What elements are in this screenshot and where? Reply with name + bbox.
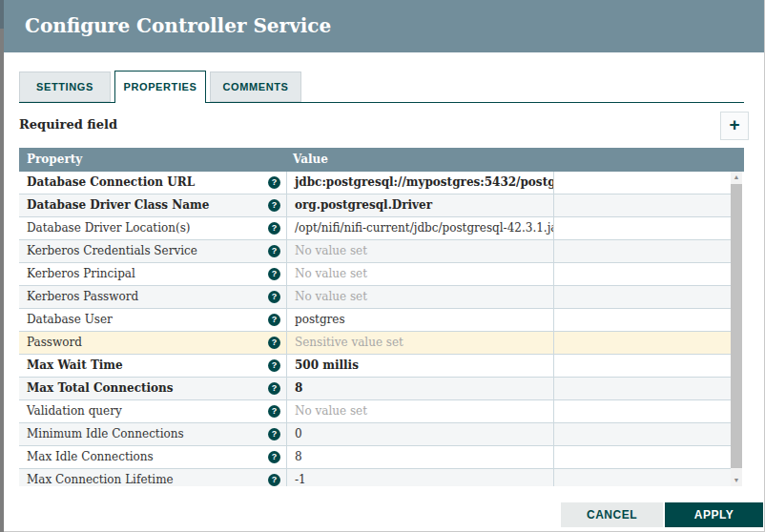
property-name: Database User xyxy=(27,309,113,331)
column-header-value: Value xyxy=(293,148,328,172)
table-row[interactable]: Max Connection Lifetime?-1 xyxy=(19,469,731,486)
tab-bar: SETTINGS PROPERTIES COMMENTS xyxy=(19,71,744,103)
table-row[interactable]: Database User?postgres xyxy=(19,309,731,332)
scrollbar-thumb[interactable] xyxy=(731,184,742,468)
table-row[interactable]: Kerberos Credentials Service?No value se… xyxy=(19,240,731,263)
help-icon[interactable]: ? xyxy=(268,314,280,326)
property-cell: Kerberos Password? xyxy=(19,286,286,308)
rows-container: Database Connection URL?jdbc:postgresql:… xyxy=(19,172,744,486)
property-name: Database Connection URL xyxy=(27,172,195,194)
table-row[interactable]: Max Wait Time?500 millis xyxy=(19,355,731,378)
property-cell: Max Wait Time? xyxy=(19,355,286,377)
property-value[interactable]: No value set xyxy=(286,240,553,262)
apply-button[interactable]: APPLY xyxy=(665,502,763,527)
property-name: Database Driver Location(s) xyxy=(27,217,191,239)
property-value[interactable]: Sensitive value set xyxy=(286,332,553,354)
dialog-header: Configure Controller Service xyxy=(4,0,764,52)
row-filler-cell xyxy=(553,355,731,377)
row-filler-cell xyxy=(553,194,731,216)
tab-comments[interactable]: COMMENTS xyxy=(210,72,301,102)
property-cell: Password? xyxy=(19,332,286,354)
property-value[interactable]: org.postgresql.Driver xyxy=(286,194,553,216)
property-value[interactable]: -1 xyxy=(286,469,553,486)
property-name: Kerberos Principal xyxy=(27,263,135,285)
row-filler-cell xyxy=(553,378,731,399)
table-row[interactable]: Database Connection URL?jdbc:postgresql:… xyxy=(19,172,731,194)
table-row[interactable]: Max Total Connections?8 xyxy=(19,378,731,400)
help-icon[interactable]: ? xyxy=(268,382,280,395)
help-icon[interactable]: ? xyxy=(268,451,280,463)
column-header-property: Property xyxy=(27,148,82,172)
help-icon[interactable]: ? xyxy=(268,428,280,440)
property-name: Kerberos Password xyxy=(27,286,138,308)
help-icon[interactable]: ? xyxy=(268,199,280,212)
table-row[interactable]: Minimum Idle Connections?0 xyxy=(19,423,731,446)
help-icon[interactable]: ? xyxy=(268,405,280,418)
property-value[interactable]: No value set xyxy=(286,400,553,422)
row-filler-cell xyxy=(553,172,731,194)
row-filler-cell xyxy=(553,263,731,285)
property-cell: Kerberos Credentials Service? xyxy=(19,240,286,262)
property-cell: Max Idle Connections? xyxy=(19,446,286,468)
table-row[interactable]: Max Idle Connections?8 xyxy=(19,446,731,469)
property-cell: Validation query? xyxy=(19,400,286,422)
property-cell: Kerberos Principal? xyxy=(19,263,286,285)
properties-table: Property Value Database Connection URL?j… xyxy=(19,148,744,486)
property-value[interactable]: 0 xyxy=(286,423,553,445)
row-filler-cell xyxy=(553,240,731,262)
property-cell: Max Total Connections? xyxy=(19,378,286,399)
help-icon[interactable]: ? xyxy=(268,268,280,280)
table-row[interactable]: Kerberos Password?No value set xyxy=(19,286,731,309)
table-row[interactable]: Database Driver Location(s)?/opt/nifi/ni… xyxy=(19,217,731,240)
property-cell: Database User? xyxy=(19,309,286,331)
scroll-down-icon[interactable]: ▼ xyxy=(731,475,742,486)
property-cell: Database Connection URL? xyxy=(19,172,286,194)
help-icon[interactable]: ? xyxy=(268,222,280,235)
plus-icon: + xyxy=(729,114,739,134)
configure-controller-service-dialog: Configure Controller Service SETTINGS PR… xyxy=(4,0,765,532)
table-row[interactable]: Kerberos Principal?No value set xyxy=(19,263,731,286)
property-name: Database Driver Class Name xyxy=(27,194,209,216)
help-icon[interactable]: ? xyxy=(268,176,280,189)
property-value[interactable]: 500 millis xyxy=(286,355,553,377)
row-filler-cell xyxy=(553,400,731,422)
row-filler-cell xyxy=(553,286,731,308)
row-filler-cell xyxy=(553,217,731,239)
table-header: Property Value xyxy=(19,148,744,172)
property-name: Max Idle Connections xyxy=(27,446,154,468)
table-row[interactable]: Database Driver Class Name?org.postgresq… xyxy=(19,194,731,217)
property-value[interactable]: No value set xyxy=(286,286,553,308)
property-name: Validation query xyxy=(27,400,122,422)
help-icon[interactable]: ? xyxy=(268,474,280,486)
table-row[interactable]: Validation query?No value set xyxy=(19,400,731,423)
property-cell: Max Connection Lifetime? xyxy=(19,469,286,486)
tab-settings[interactable]: SETTINGS xyxy=(19,72,111,102)
row-filler-cell xyxy=(553,332,731,354)
help-icon[interactable]: ? xyxy=(268,359,280,372)
help-icon[interactable]: ? xyxy=(268,291,280,303)
cancel-button[interactable]: CANCEL xyxy=(561,502,663,527)
table-row[interactable]: Password?Sensitive value set xyxy=(19,332,731,355)
row-filler-cell xyxy=(553,423,731,445)
table-body: Database Connection URL?jdbc:postgresql:… xyxy=(19,172,744,486)
help-icon[interactable]: ? xyxy=(268,245,280,257)
row-filler-cell xyxy=(553,446,731,468)
property-cell: Database Driver Class Name? xyxy=(19,194,286,216)
vertical-scrollbar[interactable]: ▲ ▼ xyxy=(731,172,742,486)
property-value[interactable]: /opt/nifi/nifi-current/jdbc/postgresql-4… xyxy=(286,217,553,239)
property-value[interactable]: postgres xyxy=(286,309,553,331)
dialog-title: Configure Controller Service xyxy=(25,0,331,52)
add-property-button[interactable]: + xyxy=(720,112,749,140)
help-icon[interactable]: ? xyxy=(268,337,280,349)
tab-properties[interactable]: PROPERTIES xyxy=(114,71,206,103)
scroll-up-icon[interactable]: ▲ xyxy=(731,172,742,183)
property-value[interactable]: 8 xyxy=(286,446,553,468)
property-cell: Database Driver Location(s)? xyxy=(19,217,286,239)
row-filler-cell xyxy=(553,309,731,331)
property-name: Kerberos Credentials Service xyxy=(27,240,197,262)
property-value[interactable]: 8 xyxy=(286,378,553,399)
property-value[interactable]: No value set xyxy=(286,263,553,285)
property-name: Max Connection Lifetime xyxy=(27,469,174,486)
property-value[interactable]: jdbc:postgresql://mypostgres:5432/postgr… xyxy=(286,172,553,194)
property-name: Max Wait Time xyxy=(27,355,123,377)
